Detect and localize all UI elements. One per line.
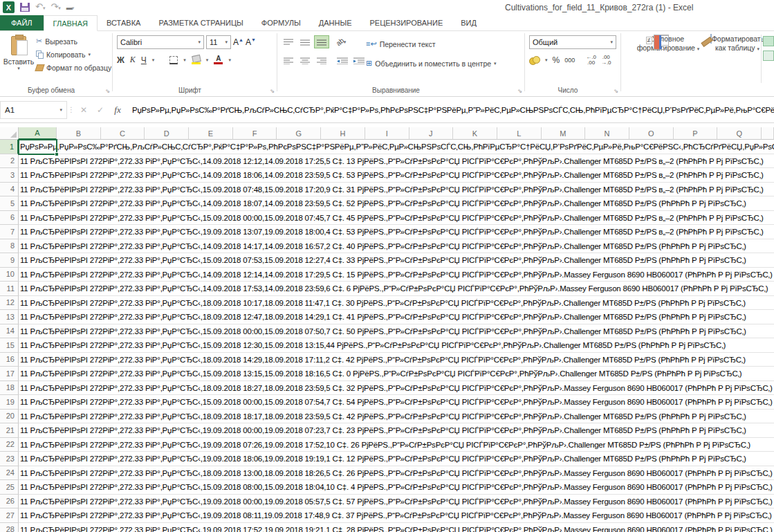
cut-button[interactable]: ✂Вырезать	[36, 37, 111, 46]
merge-center-button[interactable]: ⊞Объединить и поместить в центре ▾	[366, 59, 497, 68]
row-header-1[interactable]: 1	[0, 140, 19, 154]
sheet-row-9[interactable]: 11 РљСЂРёРІРѕРІ 272РіР°,272.33 РіР°,РџР°…	[19, 253, 774, 268]
row-header-18[interactable]: 18	[0, 381, 19, 396]
row-header-14[interactable]: 14	[0, 324, 19, 339]
row-header-25[interactable]: 25	[0, 480, 19, 495]
copy-button[interactable]: Копировать ▾	[36, 51, 111, 59]
sheet-row-3[interactable]: 11 РљСЂРёРІРѕРІ 272РіР°,272.33 РіР°,РџР°…	[19, 168, 774, 183]
font-name-combo[interactable]: Calibri▾	[117, 35, 204, 49]
row-header-3[interactable]: 3	[0, 168, 19, 183]
sheet-row-2[interactable]: 11 РљСЂРёРІРѕРІ 272РіР°,272.33 РіР°,РџР°…	[19, 154, 774, 169]
undo-icon[interactable]: ↶▾	[35, 2, 45, 12]
cell-styles-gallery[interactable]	[761, 35, 774, 83]
increase-decimal-icon[interactable]: ←.0.00	[586, 55, 596, 66]
comma-style-icon[interactable]: 000	[564, 57, 575, 64]
row-header-11[interactable]: 11	[0, 282, 19, 296]
row-header-22[interactable]: 22	[0, 438, 19, 452]
conditional-formatting-button[interactable]: ≠ Условное форматирование ▾	[636, 35, 700, 53]
sheet-row-4[interactable]: 11 РљСЂРёРІРѕРІ 272РіР°,272.33 РіР°,РџР°…	[19, 183, 774, 197]
row-header-15[interactable]: 15	[0, 338, 19, 353]
row-header-26[interactable]: 26	[0, 495, 19, 509]
column-header-H[interactable]: H	[321, 127, 365, 140]
font-dialog-launcher[interactable]: ⇘	[270, 88, 275, 94]
sheet-row-22[interactable]: 11 РљСЂРёРІРѕРІ 272РіР°,272.33 РіР°,РџР°…	[19, 438, 774, 452]
sheet-row-26[interactable]: 11 РљСЂРёРІРѕРІ 272РіР°,272.33 РіР°,РџР°…	[19, 495, 774, 509]
column-header-N[interactable]: N	[585, 127, 629, 140]
tab-данные[interactable]: ДАННЫЕ	[310, 15, 361, 30]
fill-color-icon[interactable]	[192, 55, 201, 64]
column-header-F[interactable]: F	[233, 127, 277, 140]
format-painter-button[interactable]: Формат по образцу	[36, 64, 111, 72]
row-header-23[interactable]: 23	[0, 452, 19, 466]
column-header-Q[interactable]: Q	[717, 127, 762, 140]
accounting-dropdown-icon[interactable]: ▾	[545, 57, 548, 63]
column-header-partial[interactable]	[762, 127, 774, 140]
row-header-24[interactable]: 24	[0, 466, 19, 481]
orientation-icon[interactable]: ab▾	[331, 35, 351, 48]
wrap-text-button[interactable]: ≡↩Перенести текст	[366, 39, 436, 48]
cancel-icon[interactable]: ✕	[75, 105, 92, 115]
sheet-row-28[interactable]: 11 РљСЂРёРІРѕРІ 272РіР°,272.33 РіР°,РџР°…	[19, 523, 774, 532]
tab-вставка[interactable]: ВСТАВКА	[98, 15, 149, 30]
redo-icon[interactable]: ↷▾	[50, 2, 60, 12]
row-header-17[interactable]: 17	[0, 367, 19, 381]
align-left-icon[interactable]	[281, 54, 296, 67]
column-header-P[interactable]: P	[674, 127, 718, 140]
row-header-4[interactable]: 4	[0, 183, 19, 197]
select-all-corner[interactable]	[0, 127, 19, 140]
paste-dropdown-icon[interactable]: ▾	[3, 66, 35, 71]
sheet-row-10[interactable]: 11 РљСЂРёРІРѕРІ 272РіР°,272.33 РіР°,РџР°…	[19, 268, 774, 282]
sheet-row-8[interactable]: 11 РљСЂРёРІРѕРІ 272РіР°,272.33 РіР°,РџР°…	[19, 239, 774, 254]
font-size-combo[interactable]: 11▾	[206, 35, 231, 49]
sheet-row-14[interactable]: 11 РљСЂРёРІРѕРІ 272РіР°,272.33 РіР°,РџР°…	[19, 324, 774, 339]
column-header-B[interactable]: B	[57, 127, 101, 140]
format-as-table-button[interactable]: Форматировать как таблицу ▾	[706, 35, 769, 53]
sheet-row-15[interactable]: 11 РљСЂРёРІРѕРІ 272РіР°,272.33 РіР°,РџР°…	[19, 338, 774, 353]
sheet-row-13[interactable]: 11 РљСЂРёРІРѕРІ 272РіР°,272.33 РіР°,РџР°…	[19, 310, 774, 324]
font-color-icon[interactable]: А	[214, 55, 223, 64]
column-header-M[interactable]: M	[542, 127, 586, 140]
align-center-icon[interactable]	[297, 54, 313, 67]
row-header-9[interactable]: 9	[0, 253, 19, 268]
insert-function-icon[interactable]: fx	[109, 104, 127, 116]
italic-button[interactable]: К	[130, 55, 136, 65]
row-header-13[interactable]: 13	[0, 310, 19, 324]
underline-button[interactable]: Ч	[141, 55, 147, 65]
tab-файл[interactable]: ФАЙЛ	[0, 15, 44, 30]
column-header-I[interactable]: I	[365, 127, 409, 140]
number-dialog-launcher[interactable]: ⇘	[614, 88, 618, 94]
row-header-5[interactable]: 5	[0, 196, 19, 211]
sheet-row-23[interactable]: 11 РљСЂРёРІРѕРІ 272РіР°,272.33 РіР°,РџР°…	[19, 452, 774, 466]
alignment-dialog-launcher[interactable]: ⇘	[517, 88, 522, 94]
tab-формулы[interactable]: ФОРМУЛЫ	[252, 15, 310, 30]
tab-разметка страницы[interactable]: РАЗМЕТКА СТРАНИЦЫ	[149, 15, 252, 30]
percent-style-icon[interactable]: %	[553, 55, 560, 65]
row-header-19[interactable]: 19	[0, 395, 19, 410]
column-header-E[interactable]: E	[189, 127, 233, 140]
align-top-icon[interactable]	[281, 35, 296, 48]
row-header-7[interactable]: 7	[0, 225, 19, 239]
sheet-row-19[interactable]: 11 РљСЂРёРІРѕРІ 272РіР°,272.33 РіР°,РџР°…	[19, 395, 774, 410]
align-right-icon[interactable]	[314, 54, 329, 67]
underline-dropdown-icon[interactable]: ▾	[152, 57, 155, 63]
tab-главная[interactable]: ГЛАВНАЯ	[44, 15, 98, 31]
decrease-decimal-icon[interactable]: .00→.0	[601, 55, 611, 66]
column-header-L[interactable]: L	[497, 127, 542, 140]
sheet-row-17[interactable]: 11 РљСЂРёРІРѕРІ 272РіР°,272.33 РіР°,РџР°…	[19, 367, 774, 381]
tab-вид[interactable]: ВИД	[452, 15, 486, 30]
align-middle-icon[interactable]	[297, 35, 313, 48]
sheet-row-27[interactable]: 11 РљСЂРёРІРѕРІ 272РіР°,272.33 РіР°,РџР°…	[19, 508, 774, 523]
sheet-row-18[interactable]: 11 РљСЂРёРІРѕРІ 272РіР°,272.33 РіР°,РџР°…	[19, 381, 774, 396]
name-box[interactable]: A1▾	[0, 101, 67, 119]
increase-indent-icon[interactable]	[351, 54, 367, 67]
row-header-6[interactable]: 6	[0, 211, 19, 226]
customize-qat-icon[interactable]: ▬▾	[66, 4, 74, 11]
decrease-indent-icon[interactable]	[335, 54, 350, 67]
sheet-row-21[interactable]: 11 РљСЂРёРІРѕРІ 272РіР°,272.33 РіР°,РџР°…	[19, 423, 774, 438]
bold-button[interactable]: Ж	[117, 55, 125, 65]
sheet-row-24[interactable]: 11 РљСЂРёРІРѕРІ 272РіР°,272.33 РіР°,РџР°…	[19, 466, 774, 481]
decrease-font-icon[interactable]: А▼	[246, 37, 256, 47]
sheet-row-16[interactable]: 11 РљСЂРёРІРѕРІ 272РіР°,272.33 РіР°,РџР°…	[19, 353, 774, 367]
sheet-row-1[interactable]: РџРѕР»Рµ,РџР»РѕС‰Р°РґСЊ,РљСѓР»СЊС‚СѓСЂР°…	[19, 140, 774, 154]
paste-button[interactable]: Вставить ▾	[3, 35, 35, 84]
